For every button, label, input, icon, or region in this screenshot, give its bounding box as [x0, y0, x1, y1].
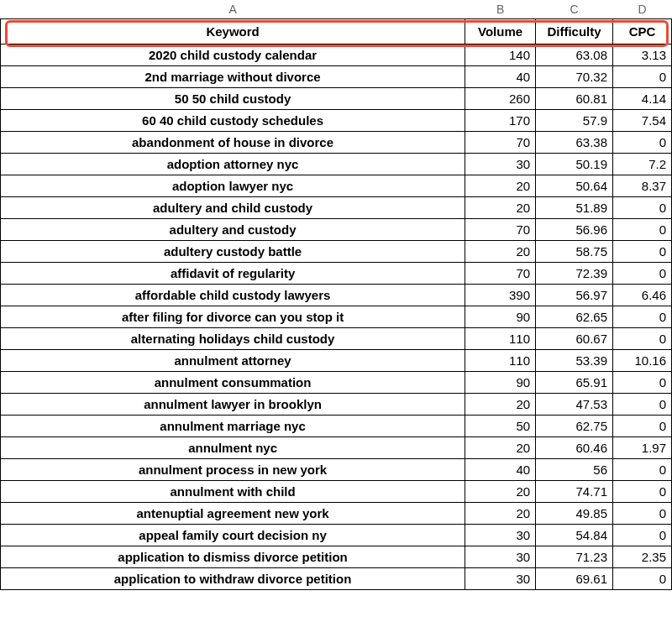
- cpc-cell[interactable]: 0: [613, 393, 672, 415]
- cpc-cell[interactable]: 0: [613, 458, 672, 480]
- difficulty-cell[interactable]: 56.96: [536, 218, 613, 240]
- volume-cell[interactable]: 30: [465, 567, 536, 589]
- volume-cell[interactable]: 30: [465, 524, 536, 546]
- volume-cell[interactable]: 70: [465, 218, 536, 240]
- volume-cell[interactable]: 20: [465, 502, 536, 524]
- cpc-cell[interactable]: 8.37: [613, 175, 672, 196]
- keyword-cell[interactable]: 60 40 child custody schedules: [1, 109, 465, 131]
- keyword-cell[interactable]: annulment nyc: [1, 436, 465, 458]
- cpc-cell[interactable]: 0: [613, 371, 672, 393]
- volume-cell[interactable]: 20: [465, 393, 536, 415]
- cpc-cell[interactable]: 6.46: [613, 284, 672, 306]
- difficulty-cell[interactable]: 57.9: [536, 109, 613, 131]
- keyword-cell[interactable]: annulment lawyer in brooklyn: [1, 393, 465, 415]
- keyword-cell[interactable]: annulment with child: [1, 480, 465, 502]
- difficulty-cell[interactable]: 74.71: [536, 480, 613, 502]
- keyword-cell[interactable]: annulment consummation: [1, 371, 465, 393]
- difficulty-cell[interactable]: 58.75: [536, 240, 613, 262]
- column-letter-b[interactable]: B: [465, 0, 536, 18]
- volume-cell[interactable]: 30: [465, 153, 536, 175]
- cpc-cell[interactable]: 7.54: [613, 109, 672, 131]
- difficulty-cell[interactable]: 60.67: [536, 327, 613, 349]
- volume-cell[interactable]: 20: [465, 196, 536, 218]
- difficulty-cell[interactable]: 50.19: [536, 153, 613, 175]
- column-letter-d[interactable]: D: [613, 0, 672, 18]
- cpc-cell[interactable]: 0: [613, 262, 672, 284]
- cpc-cell[interactable]: 1.97: [613, 436, 672, 458]
- volume-cell[interactable]: 170: [465, 109, 536, 131]
- keyword-cell[interactable]: appeal family court decision ny: [1, 524, 465, 546]
- volume-cell[interactable]: 70: [465, 262, 536, 284]
- difficulty-cell[interactable]: 56.97: [536, 284, 613, 306]
- keyword-cell[interactable]: abandonment of house in divorce: [1, 131, 465, 153]
- volume-cell[interactable]: 90: [465, 306, 536, 327]
- keyword-cell[interactable]: application to withdraw divorce petition: [1, 567, 465, 589]
- keyword-cell[interactable]: adultery and child custody: [1, 196, 465, 218]
- volume-cell[interactable]: 40: [465, 458, 536, 480]
- difficulty-cell[interactable]: 72.39: [536, 262, 613, 284]
- cpc-cell[interactable]: 0: [613, 131, 672, 153]
- difficulty-cell[interactable]: 63.38: [536, 131, 613, 153]
- cpc-cell[interactable]: 0: [613, 65, 672, 87]
- volume-cell[interactable]: 20: [465, 240, 536, 262]
- keyword-cell[interactable]: adoption attorney nyc: [1, 153, 465, 175]
- difficulty-cell[interactable]: 60.81: [536, 87, 613, 109]
- keyword-cell[interactable]: adultery and custody: [1, 218, 465, 240]
- keyword-cell[interactable]: annulment marriage nyc: [1, 415, 465, 436]
- keyword-cell[interactable]: affidavit of regularity: [1, 262, 465, 284]
- cpc-cell[interactable]: 2.35: [613, 546, 672, 567]
- difficulty-cell[interactable]: 62.75: [536, 415, 613, 436]
- difficulty-cell[interactable]: 51.89: [536, 196, 613, 218]
- volume-cell[interactable]: 110: [465, 349, 536, 371]
- difficulty-cell[interactable]: 69.61: [536, 567, 613, 589]
- keyword-cell[interactable]: antenuptial agreement new york: [1, 502, 465, 524]
- difficulty-cell[interactable]: 56: [536, 458, 613, 480]
- cpc-cell[interactable]: 3.13: [613, 44, 672, 65]
- difficulty-cell[interactable]: 54.84: [536, 524, 613, 546]
- header-keyword[interactable]: Keyword: [1, 18, 465, 44]
- cpc-cell[interactable]: 0: [613, 327, 672, 349]
- cpc-cell[interactable]: 0: [613, 415, 672, 436]
- cpc-cell[interactable]: 10.16: [613, 349, 672, 371]
- column-letter-c[interactable]: C: [536, 0, 613, 18]
- cpc-cell[interactable]: 0: [613, 524, 672, 546]
- header-difficulty[interactable]: Difficulty: [536, 18, 613, 44]
- keyword-cell[interactable]: 2nd marriage without divorce: [1, 65, 465, 87]
- volume-cell[interactable]: 20: [465, 436, 536, 458]
- volume-cell[interactable]: 20: [465, 480, 536, 502]
- cpc-cell[interactable]: 0: [613, 218, 672, 240]
- header-cpc[interactable]: CPC: [613, 18, 672, 44]
- volume-cell[interactable]: 90: [465, 371, 536, 393]
- difficulty-cell[interactable]: 50.64: [536, 175, 613, 196]
- cpc-cell[interactable]: 0: [613, 567, 672, 589]
- keyword-cell[interactable]: annulment attorney: [1, 349, 465, 371]
- volume-cell[interactable]: 50: [465, 415, 536, 436]
- keyword-cell[interactable]: adoption lawyer nyc: [1, 175, 465, 196]
- volume-cell[interactable]: 70: [465, 131, 536, 153]
- cpc-cell[interactable]: 0: [613, 306, 672, 327]
- column-letter-a[interactable]: A: [1, 0, 465, 18]
- difficulty-cell[interactable]: 63.08: [536, 44, 613, 65]
- difficulty-cell[interactable]: 70.32: [536, 65, 613, 87]
- difficulty-cell[interactable]: 60.46: [536, 436, 613, 458]
- difficulty-cell[interactable]: 53.39: [536, 349, 613, 371]
- difficulty-cell[interactable]: 71.23: [536, 546, 613, 567]
- keyword-cell[interactable]: 2020 child custody calendar: [1, 44, 465, 65]
- keyword-cell[interactable]: after filing for divorce can you stop it: [1, 306, 465, 327]
- volume-cell[interactable]: 20: [465, 175, 536, 196]
- keyword-cell[interactable]: 50 50 child custody: [1, 87, 465, 109]
- volume-cell[interactable]: 110: [465, 327, 536, 349]
- keyword-cell[interactable]: alternating holidays child custody: [1, 327, 465, 349]
- keyword-cell[interactable]: adultery custody battle: [1, 240, 465, 262]
- volume-cell[interactable]: 390: [465, 284, 536, 306]
- difficulty-cell[interactable]: 49.85: [536, 502, 613, 524]
- keyword-cell[interactable]: annulment process in new york: [1, 458, 465, 480]
- cpc-cell[interactable]: 4.14: [613, 87, 672, 109]
- difficulty-cell[interactable]: 65.91: [536, 371, 613, 393]
- difficulty-cell[interactable]: 47.53: [536, 393, 613, 415]
- header-volume[interactable]: Volume: [465, 18, 536, 44]
- cpc-cell[interactable]: 0: [613, 240, 672, 262]
- volume-cell[interactable]: 140: [465, 44, 536, 65]
- keyword-cell[interactable]: application to dismiss divorce petition: [1, 546, 465, 567]
- cpc-cell[interactable]: 7.2: [613, 153, 672, 175]
